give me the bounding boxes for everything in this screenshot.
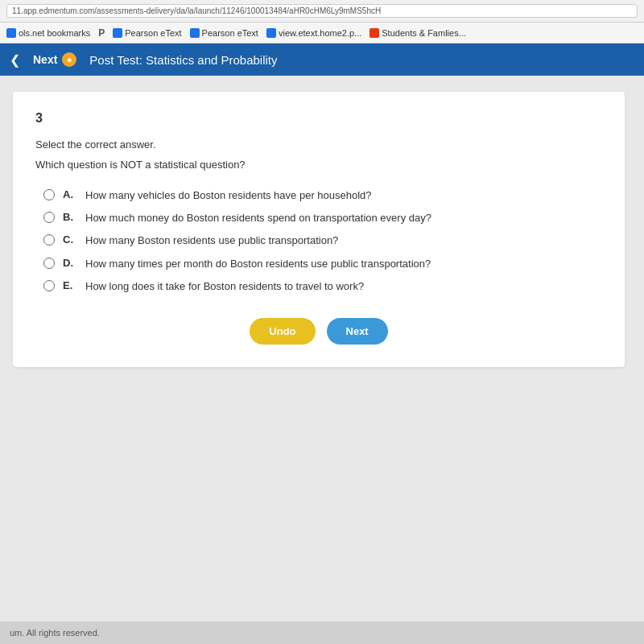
- option-b[interactable]: B. How much money do Boston residents sp…: [43, 211, 602, 225]
- next-button[interactable]: Next: [327, 318, 388, 345]
- question-text: Which question is NOT a statistical ques…: [35, 159, 602, 171]
- bookmark-4[interactable]: view.etext.home2.p...: [266, 28, 361, 38]
- main-content: 3 Select the correct answer. Which quest…: [0, 76, 644, 621]
- bookmark-label-3: Pearson eText: [202, 28, 258, 38]
- radio-b[interactable]: [43, 212, 55, 223]
- question-instruction: Select the correct answer.: [35, 138, 602, 151]
- next-header-label: Next: [33, 53, 57, 66]
- bookmark-label-1: ols.net bookmarks: [19, 28, 90, 38]
- radio-d[interactable]: [43, 258, 55, 269]
- text-b: How much money do Boston residents spend…: [85, 211, 431, 225]
- label-b: B.: [63, 211, 77, 223]
- next-circle-icon: ●: [62, 52, 76, 67]
- app-header: ❮ Next ● Post Test: Statistics and Proba…: [0, 43, 644, 76]
- radio-e[interactable]: [43, 280, 55, 291]
- bookmark-5[interactable]: Students & Famlies...: [369, 28, 466, 38]
- label-d: D.: [63, 257, 77, 269]
- answer-options: A. How many vehicles do Boston residents…: [35, 188, 602, 294]
- bookmark-label-2: Pearson eText: [125, 28, 181, 38]
- footer-text: um. All rights reserved.: [10, 628, 100, 638]
- bookmark-icon-4: [266, 28, 276, 38]
- browser-bar: 11.app.edmentum.com/assessments-delivery…: [0, 0, 644, 23]
- bookmark-icon-2: [113, 28, 122, 38]
- bookmark-2[interactable]: Pearson eText: [113, 28, 181, 38]
- bookmark-3[interactable]: Pearson eText: [190, 28, 258, 38]
- option-c[interactable]: C. How many Boston residents use public …: [43, 233, 602, 248]
- question-number: 3: [35, 111, 602, 126]
- url-bar[interactable]: 11.app.edmentum.com/assessments-delivery…: [6, 4, 638, 18]
- button-row: Undo Next: [35, 318, 602, 345]
- radio-c[interactable]: [43, 234, 55, 246]
- bookmark-p1: P: [98, 27, 105, 39]
- page-title: Post Test: Statistics and Probability: [89, 53, 277, 67]
- app-footer: um. All rights reserved.: [0, 621, 644, 644]
- radio-a[interactable]: [43, 189, 55, 200]
- question-card: 3 Select the correct answer. Which quest…: [13, 92, 625, 367]
- label-a: A.: [63, 188, 77, 200]
- option-d[interactable]: D. How many times per month do Boston re…: [43, 257, 602, 271]
- bookmarks-bar: ols.net bookmarks P Pearson eText Pearso…: [0, 23, 644, 43]
- label-e: E.: [63, 279, 77, 291]
- option-a[interactable]: A. How many vehicles do Boston residents…: [43, 188, 602, 203]
- bookmark-icon-5: [369, 28, 379, 38]
- nav-back-arrow[interactable]: ❮: [10, 52, 20, 68]
- text-d: How many times per month do Boston resid…: [85, 257, 431, 271]
- text-a: How many vehicles do Boston residents ha…: [85, 188, 372, 203]
- label-c: C.: [63, 233, 77, 246]
- bookmark-icon-1: [6, 28, 16, 38]
- bookmark-label-4: view.etext.home2.p...: [279, 28, 361, 38]
- option-e[interactable]: E. How long does it take for Boston resi…: [43, 279, 602, 294]
- next-header-button[interactable]: Next ●: [33, 52, 76, 67]
- undo-button[interactable]: Undo: [250, 318, 315, 345]
- text-c: How many Boston residents use public tra…: [85, 233, 338, 248]
- bookmark-icon-3: [190, 28, 200, 38]
- bookmark-label-5: Students & Famlies...: [382, 28, 466, 38]
- text-e: How long does it take for Boston residen…: [85, 279, 364, 294]
- bookmark-1[interactable]: ols.net bookmarks: [6, 28, 90, 38]
